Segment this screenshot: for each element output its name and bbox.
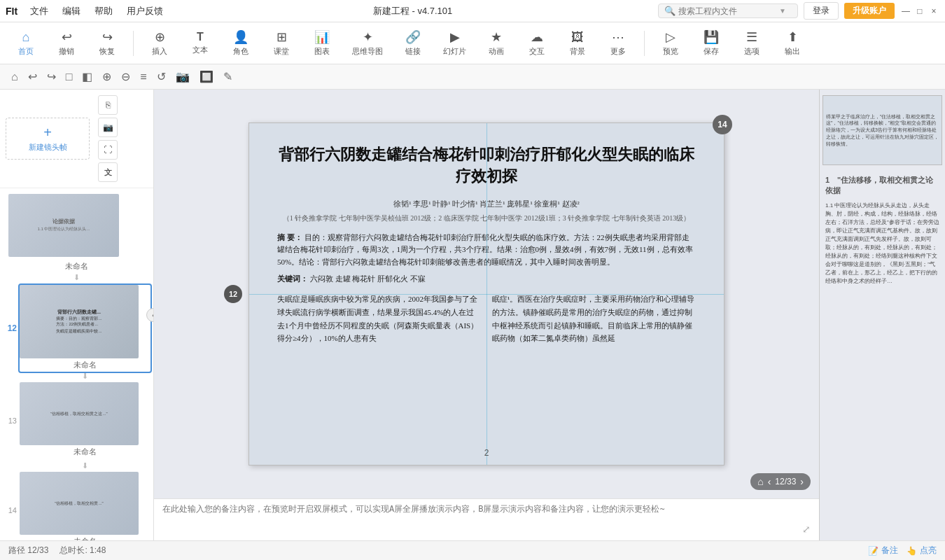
tool-options[interactable]: ☰ 选项: [734, 27, 769, 59]
close-button[interactable]: ×: [928, 6, 939, 17]
tool-undo[interactable]: ↩ 撤销: [49, 27, 84, 59]
slide-tool-edit[interactable]: ✎: [220, 69, 235, 85]
nav-home-icon[interactable]: ⌂: [757, 476, 763, 487]
article-keywords: 关键词： 六闷敦 走罐 梅花针 肝郁化火 不寐: [277, 274, 696, 284]
tool-classroom[interactable]: ⊞ 课堂: [264, 27, 299, 59]
menu-item-help[interactable]: 帮助: [90, 4, 117, 19]
slide-separator-12: ⬇: [20, 372, 150, 381]
upgrade-button[interactable]: 升级账户: [844, 3, 895, 19]
slide-group-14: 14 "信相移植，取相交相贯..." 未命名: [3, 472, 150, 540]
slide-tool-home[interactable]: ⌂: [8, 69, 21, 85]
slide-name-11: 未命名: [3, 260, 150, 273]
tool-save[interactable]: 💾 保存: [694, 27, 729, 59]
slide-tool-camera[interactable]: 📷: [173, 69, 192, 85]
fullscreen-button[interactable]: ⛶: [98, 140, 118, 160]
tool-animation[interactable]: ★ 动画: [479, 27, 514, 59]
search-icon: 🔍: [664, 6, 676, 16]
nav-position: 12/33: [775, 477, 796, 486]
slide-canvas[interactable]: 14 12 背部行六阴数走罐结合梅花针叩刺治疗肝郁化火型失眠的临床疗效初探 徐韬…: [248, 122, 724, 465]
add-slide-button[interactable]: + 新建镜头帧: [6, 118, 90, 160]
notes-expand-icon[interactable]: ⤢: [802, 524, 811, 535]
tool-redo[interactable]: ↪ 恢复: [90, 27, 125, 59]
slide-tool-frame[interactable]: 🔲: [197, 69, 216, 85]
tool-insert[interactable]: ⊕ 插入: [142, 27, 177, 59]
slide-group-13: 13 "信相移植，取相交相贯之这..." 未命名: [3, 382, 150, 458]
tool-interact[interactable]: ☁ 交互: [519, 27, 554, 59]
toolbar-separator-2: [644, 31, 645, 56]
status-right: 📝 备注 👆 点亮: [868, 545, 937, 556]
more-icon: ⋯: [612, 29, 624, 45]
tool-mindmap[interactable]: ✦ 思维导图: [345, 27, 390, 59]
article-body-col2: 眠症¹。西医在治疗失眠症时，主要采用药物治疗和心理辅导的方法。镇静催眠药是常用的…: [492, 293, 696, 345]
tool-home[interactable]: ⌂ 首页: [8, 27, 43, 59]
point-button[interactable]: 👆 点亮: [906, 545, 937, 556]
article-body-col1: 失眠症是睡眠疾病中较为常见的疾病，2002年我国参与了全球失眠流行病学横断面调查…: [277, 293, 481, 345]
slide-badge: 14: [713, 115, 732, 134]
right-panel-gap: [822, 168, 942, 171]
slide-info: 路径 12/33: [8, 545, 48, 556]
text-button[interactable]: 文: [98, 162, 118, 182]
window-title: 新建工程 - v4.7.101: [373, 5, 452, 18]
abstract-label: 摘 要：: [277, 233, 302, 241]
maximize-button[interactable]: □: [914, 6, 925, 17]
animation-icon: ★: [491, 29, 502, 45]
toolbar-separator-1: [133, 31, 134, 56]
slide-thumbnail-13: "信相移植，取相交相贯之这...": [20, 382, 139, 445]
role-icon: 👤: [233, 29, 248, 45]
slide-icon: ▶: [450, 29, 460, 45]
tool-slide[interactable]: ▶ 幻灯片: [436, 27, 473, 59]
slide-thumbnail-11[interactable]: 论据依据 1.1 中医理论认为经脉从头...: [8, 194, 119, 257]
article-body: 失眠症是睡眠疾病中较为常见的疾病，2002年我国参与了全球失眠流行病学横断面调查…: [277, 293, 696, 345]
login-button[interactable]: 登录: [804, 2, 839, 20]
nav-prev-icon[interactable]: ‹: [768, 476, 771, 487]
menu-item-file[interactable]: 文件: [26, 4, 52, 19]
slide-item-12[interactable]: 背部行六阴数走罐... 摘要：目的：观察背部... 方法：22例失眠患者... …: [20, 285, 150, 372]
slide-item-13[interactable]: "信相移植，取相交相贯之这..." 未命名: [20, 382, 150, 458]
search-dropdown-icon[interactable]: ▼: [779, 7, 786, 15]
slide-item-14[interactable]: "信相移植，取相交相贯..." 未命名: [20, 472, 150, 540]
slide-tool-zoom-in[interactable]: ⊕: [99, 69, 114, 85]
menu-item-edit[interactable]: 编辑: [58, 4, 85, 19]
plus-icon: +: [43, 125, 52, 141]
slide-tool-box2[interactable]: ◧: [79, 69, 95, 85]
notes-input[interactable]: [162, 503, 811, 536]
slide-tool-copy2[interactable]: ↪: [44, 69, 59, 85]
tool-role[interactable]: 👤 角色: [223, 27, 258, 59]
interact-icon: ☁: [531, 29, 543, 45]
annotation-button[interactable]: 📝 备注: [868, 545, 898, 556]
tool-text[interactable]: T 文本: [183, 28, 218, 58]
home-icon: ⌂: [22, 30, 30, 45]
tool-bg[interactable]: 🖼 背景: [560, 27, 595, 59]
slide-thumbnail-content-12: 背部行六阴数走罐... 摘要：目的：观察背部... 方法：22例失眠患者... …: [53, 306, 104, 337]
camera-button[interactable]: 📷: [98, 118, 118, 137]
menu-item-feedback[interactable]: 用户反馈: [122, 4, 167, 19]
slide-number-14: 14: [3, 506, 17, 514]
article-authors: 徐韬¹ 李思¹ 叶静¹ 叶少情¹ 肖芷兰¹ 庞韩星¹ 徐童桐¹ 赵凌²: [277, 199, 696, 209]
nav-next-icon[interactable]: ›: [800, 476, 804, 487]
slide-name-13: 未命名: [20, 445, 150, 458]
minimize-button[interactable]: —: [900, 6, 911, 17]
article-affiliation: （1 针灸推拿学院 七年制中医学吴桢仙班 2012级；2 临床医学院 七年制中医…: [277, 214, 696, 223]
search-box[interactable]: 🔍 ▼: [658, 4, 798, 18]
window-controls: — □ ×: [900, 6, 939, 17]
slide-tool-copy1[interactable]: ↩: [25, 69, 40, 85]
menu-bar: 文件 编辑 帮助 用户反馈: [26, 4, 167, 19]
slide-tool-zoom-out[interactable]: ⊖: [118, 69, 133, 85]
slide-tool-grid[interactable]: ≡: [137, 69, 149, 85]
chart-icon: 📊: [314, 29, 330, 45]
sidebar-header: + 新建镜头帧 ⎘ 📷 ⛶ 文: [0, 90, 153, 188]
slide-thumbnail-text-11: 论据依据 1.1 中医理论认为经脉从头...: [33, 214, 94, 237]
tool-link[interactable]: 🔗 链接: [396, 27, 430, 59]
slide-tool-refresh[interactable]: ↺: [154, 69, 169, 85]
sidebar: + 新建镜头帧 ⎘ 📷 ⛶ 文 论据依据 1.1 中医理论认为经脉从头...: [0, 90, 154, 540]
canvas-area-wrap: 14 12 背部行六阴数走罐结合梅花针叩刺治疗肝郁化火型失眠的临床疗效初探 徐韬…: [154, 90, 819, 540]
tool-preview[interactable]: ▷ 预览: [653, 27, 688, 59]
tool-export[interactable]: ⬆ 输出: [775, 27, 810, 59]
slide-tool-box1[interactable]: □: [63, 69, 76, 85]
tool-more[interactable]: ⋯ 更多: [601, 27, 636, 59]
search-input[interactable]: [678, 6, 776, 16]
title-bar-right: 🔍 ▼ 登录 升级账户 — □ ×: [658, 2, 939, 20]
copy-frame-button[interactable]: ⎘: [98, 95, 118, 115]
tool-chart[interactable]: 📊 图表: [304, 27, 340, 59]
slide-page-number: 2: [484, 448, 489, 458]
